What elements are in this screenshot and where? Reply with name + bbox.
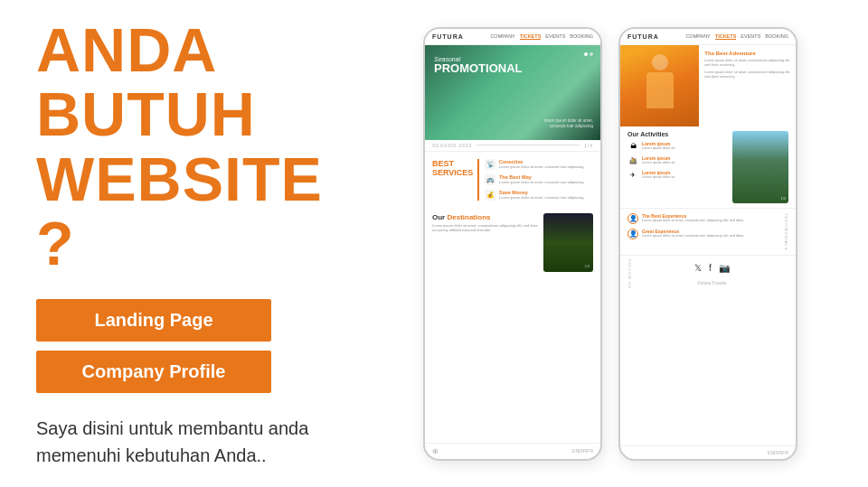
main-heading: ANDA BUTUH WEBSITE ? [36,18,316,276]
dest-desc: Lorem ipsum dolor sit amet, consectetuer… [432,223,538,233]
hero-dot-1 [584,52,588,56]
services-title-pre: BEST [432,159,454,168]
test-desc-2: Lorem ipsum dolor sit amet, consecte tue… [642,234,744,239]
services-section: BEST SERVICES 📡 Conective Lorem ipsum do… [425,152,600,208]
mountain-counter: 1/4 [780,196,786,201]
service-icon-1: 📡 [485,159,495,170]
dest-title: Our Destinations [432,213,538,221]
hero-dots [584,52,593,56]
heading-line2: BUTUH [36,82,316,146]
adventure-title: The Best Adventure [704,51,790,56]
test-text-2: Great Experience Lorem ipsum dolor sit a… [642,229,744,239]
act-text-3: Lorem ipsum Lorem ipsum dolor sit. [642,170,675,179]
test-desc-1: Lorem ipsum dolor sit amet, consecte tue… [642,219,744,223]
act-text-1: Lorem ipsum Lorem ipsum dolor sit. [642,141,675,150]
dest-counter: 1/4 [584,264,590,268]
nav1-booking[interactable]: BOOKING [570,33,593,40]
service-icon-2: 🚌 [485,174,495,185]
follow-label: FOLLOW US [627,259,632,289]
tagline-text: Saya disini untuk membantu anda memenuhi… [36,415,316,469]
social-section: FOLLOW US 𝕏 f 📷 Futura Travels [620,255,796,293]
nav2-tickets[interactable]: TICKETS [715,33,737,40]
season-bar: SEASON 2020 1/4 [425,140,600,152]
phone2-hero-text1: Lorem ipsum dolor sit amet, consectetuer… [704,59,790,69]
hero-bg: Seasonal PROMOTIONAL lorem ipsum dolor s… [425,45,600,140]
dest-title-pre: Our [432,213,445,221]
hero-promo: PROMOTIONAL [434,62,523,75]
dest-title-main: Destinations [447,213,490,221]
phone1-footer: ⊕ EN|SP|FR [425,443,600,459]
futura-label: Futura Travels [698,280,727,286]
footer-lang: EN|SP|FR [572,448,593,454]
dest-text: Our Destinations Lorem ipsum dolor sit a… [432,213,538,272]
activity-2: 🚵 Lorem ipsum Lorem ipsum dolor sit. [627,155,727,166]
season-left: SEASON 2020 [432,143,472,148]
test-icon-1: 👤 [627,213,638,224]
service-text-2: The Best Way Lorem ipsum dolor sit amet,… [499,174,583,184]
phone1-nav: FUTURA COMPANY TICKETS EVENTS BOOKING [425,29,600,45]
buttons-container: Landing Page Company Profile [36,299,316,393]
act-desc-2: Lorem ipsum dolor sit. [642,161,675,164]
phone2-brand: FUTURA [627,33,659,40]
activity-3: ✈ Lorem ipsum Lorem ipsum dolor sit. [627,170,727,181]
services-list: 📡 Conective Lorem ipsum dolor sit amet, … [485,159,593,201]
activities-list: Our Activities 🏔 Lorem ipsum Lorem ipsum… [627,131,727,203]
twitter-icon[interactable]: 𝕏 [694,263,702,273]
mountain-img: 1/4 [732,131,788,203]
testimonials-section: 👤 The Best Experience Lorem ipsum dolor … [620,208,796,255]
nav2-events[interactable]: EVENTS [741,33,760,40]
phone-mockup-2: FUTURA COMPANY TICKETS EVENTS BOOKING Th… [618,27,797,461]
services-title: BEST SERVICES [432,159,474,177]
service-item-2: 🚌 The Best Way Lorem ipsum dolor sit ame… [485,174,593,185]
service-icon-3: 💰 [485,190,495,201]
heading-line1: ANDA [36,18,316,82]
season-line [476,145,580,145]
phone2-nav-links: COMPANY TICKETS EVENTS BOOKING [685,33,788,40]
test-text-1: The Best Experience Lorem ipsum dolor si… [642,213,744,223]
nav2-company[interactable]: COMPANY [685,33,710,40]
nav1-events[interactable]: EVENTS [545,33,565,40]
phone2-hero-content: The Best Adventure Lorem ipsum dolor sit… [699,45,796,126]
act-icon-2: 🚵 [627,155,638,166]
right-section: FUTURA COMPANY TICKETS EVENTS BOOKING Se… [353,0,868,487]
instagram-icon[interactable]: 📷 [719,263,730,273]
test-icon-2: 👤 [627,229,638,239]
act-desc-3: Lorem ipsum dolor sit. [642,175,675,179]
hero-dot-2 [590,52,593,56]
testimonial-1: 👤 The Best Experience Lorem ipsum dolor … [627,213,778,224]
service-desc-2: Lorem ipsum dolor sit amet, consecte tue… [499,180,583,184]
company-profile-button[interactable]: Company Profile [36,351,271,393]
service-desc-1: Lorem ipsum dolor sit amet, consecte tue… [499,164,583,169]
act-icon-1: 🏔 [627,141,638,152]
service-text-1: Conective Lorem ipsum dolor sit amet, co… [499,159,583,169]
footer-icon: ⊕ [432,447,439,455]
phone1-nav-links: COMPANY TICKETS EVENTS BOOKING [490,33,593,40]
hero-overlay: Seasonal PROMOTIONAL [434,56,523,75]
phone2-footer: EN|SP|FR [620,445,796,459]
service-item-3: 💰 Save Money Lorem ipsum dolor sit amet,… [485,190,593,201]
activities-title: Our Activities [627,131,727,137]
phone2-footer-lang: EN|SP|FR [768,450,788,455]
testimonials-list: 👤 The Best Experience Lorem ipsum dolor … [627,213,778,250]
phone2-hero: The Best Adventure Lorem ipsum dolor sit… [620,45,796,126]
phone-mockup-1: FUTURA COMPANY TICKETS EVENTS BOOKING Se… [423,27,602,461]
phone1-hero: Seasonal PROMOTIONAL lorem ipsum dolor s… [425,45,600,140]
facebook-icon[interactable]: f [709,263,712,273]
hero-desc: lorem ipsum dolor sit amet, consecte tue… [530,118,593,129]
activities-section: Our Activities 🏔 Lorem ipsum Lorem ipsum… [620,126,796,208]
social-row: 𝕏 f 📷 [694,263,730,273]
heading-line3: WEBSITE ? [36,147,316,276]
nav1-company[interactable]: COMPANY [490,33,514,40]
nav2-booking[interactable]: BOOKING [765,33,788,40]
service-item-1: 📡 Conective Lorem ipsum dolor sit amet, … [485,159,593,170]
season-right: 1/4 [584,143,593,148]
testimonial-2: 👤 Great Experience Lorem ipsum dolor sit… [627,229,778,239]
nav1-tickets[interactable]: TICKETS [520,33,542,40]
phone2-nav: FUTURA COMPANY TICKETS EVENTS BOOKING [620,29,796,45]
landing-page-button[interactable]: Landing Page [36,299,271,342]
left-section: ANDA BUTUH WEBSITE ? Landing Page Compan… [0,0,353,487]
service-text-3: Save Money Lorem ipsum dolor sit amet, c… [499,190,583,200]
act-text-2: Lorem ipsum Lorem ipsum dolor sit. [642,155,675,164]
phone1-brand: FUTURA [432,33,464,40]
services-title-main: SERVICES [432,168,473,177]
